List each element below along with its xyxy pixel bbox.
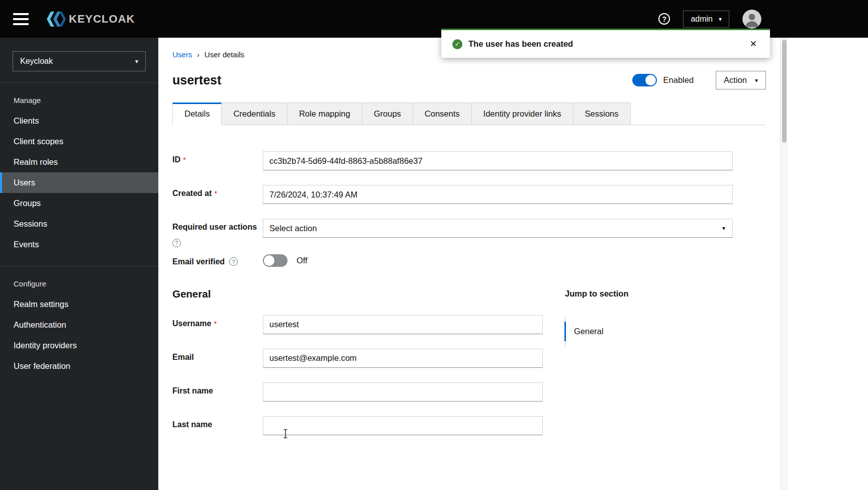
sidebar-item-user-federation[interactable]: User federation: [0, 356, 158, 376]
required-marker: *: [214, 319, 217, 328]
brand-text: KEYCLOAK: [69, 13, 135, 26]
sidebar-item-users[interactable]: Users: [0, 172, 158, 193]
scrollbar-thumb[interactable]: [782, 40, 787, 143]
sidebar: Keycloak ▾ Manage Clients Client scopes …: [0, 38, 158, 490]
sidebar-item-clients[interactable]: Clients: [0, 111, 158, 131]
realm-selector[interactable]: Keycloak ▾: [13, 51, 146, 71]
tab-identity-provider-links[interactable]: Identity provider links: [472, 103, 573, 125]
sidebar-item-identity-providers[interactable]: Identity providers: [0, 335, 158, 356]
page-header: usertest Enabled Action ▾: [172, 71, 766, 89]
realm-switcher-area: Keycloak ▾: [0, 38, 158, 83]
form-row-email: Email: [172, 349, 565, 368]
toast-message: The user has been created: [468, 39, 573, 49]
sidebar-item-sessions[interactable]: Sessions: [0, 214, 158, 234]
required-user-actions-placeholder: Select action: [269, 224, 317, 233]
sidebar-item-authentication[interactable]: Authentication: [0, 315, 158, 335]
form-row-email-verified: Email verified ? Off: [172, 253, 766, 267]
required-marker: *: [214, 189, 217, 198]
header-controls: Enabled Action ▾: [632, 71, 766, 89]
created-at-input[interactable]: [263, 185, 733, 204]
form-row-id: ID*: [172, 151, 766, 170]
form-row-created-at: Created at*: [172, 185, 766, 204]
enabled-toggle[interactable]: [632, 74, 657, 86]
action-dropdown-button[interactable]: Action ▾: [716, 71, 766, 89]
user-menu-label: admin: [691, 15, 713, 24]
nav-group-title: Manage: [0, 84, 158, 111]
sidebar-item-client-scopes[interactable]: Client scopes: [0, 131, 158, 152]
jump-to-section: Jump to section General: [565, 288, 716, 450]
email-verified-label: Email verified: [172, 257, 225, 266]
help-icon[interactable]: ?: [658, 13, 670, 25]
tab-groups[interactable]: Groups: [362, 103, 413, 125]
tab-details[interactable]: Details: [172, 103, 222, 125]
sidebar-item-events[interactable]: Events: [0, 234, 158, 255]
tab-sessions[interactable]: Sessions: [573, 103, 631, 125]
username-input[interactable]: [263, 315, 543, 334]
form-row-username: Username*: [172, 315, 565, 334]
chevron-down-icon: ▾: [755, 77, 758, 83]
username-label: Username: [172, 319, 211, 328]
main-content: Users › User details usertest Enabled Ac…: [158, 38, 780, 490]
id-input[interactable]: [263, 151, 733, 170]
required-marker: *: [183, 155, 186, 164]
first-name-input[interactable]: [263, 382, 543, 402]
realm-selector-value: Keycloak: [20, 57, 53, 66]
nav-group-manage: Manage Clients Client scopes Realm roles…: [0, 83, 158, 255]
chevron-down-icon: ▾: [722, 225, 725, 231]
masthead-right: ? admin ▾: [658, 10, 761, 29]
email-verified-toggle[interactable]: [263, 254, 287, 267]
help-icon[interactable]: ?: [172, 239, 181, 247]
breadcrumb-current: User details: [205, 50, 244, 59]
tab-role-mapping[interactable]: Role mapping: [287, 103, 362, 125]
email-verified-state: Off: [297, 256, 308, 265]
general-section: General Username* Email: [172, 288, 766, 450]
avatar[interactable]: [742, 10, 761, 29]
text-cursor-icon: [282, 429, 288, 441]
keycloak-logo-icon: [45, 11, 67, 28]
jump-item-general[interactable]: General: [564, 322, 716, 341]
general-heading: General: [172, 288, 565, 300]
first-name-label: First name: [172, 386, 213, 395]
id-label: ID: [172, 155, 180, 164]
created-at-label: Created at: [172, 189, 212, 198]
sidebar-item-groups[interactable]: Groups: [0, 193, 158, 214]
last-name-label: Last name: [172, 420, 212, 429]
enabled-toggle-label: Enabled: [663, 75, 694, 85]
chevron-down-icon: ▾: [719, 16, 722, 22]
nav-group-configure: Configure Realm settings Authentication …: [0, 266, 158, 376]
success-toast: ✓ The user has been created ✕: [441, 29, 770, 58]
email-input[interactable]: [263, 349, 543, 368]
last-name-input[interactable]: [263, 416, 543, 435]
tab-consents[interactable]: Consents: [413, 103, 472, 125]
success-check-icon: ✓: [452, 39, 462, 49]
form-row-first-name: First name: [172, 382, 565, 402]
jump-to-section-heading: Jump to section: [565, 289, 716, 299]
chevron-down-icon: ▾: [135, 58, 138, 64]
tab-credentials[interactable]: Credentials: [222, 103, 287, 125]
sidebar-item-realm-settings[interactable]: Realm settings: [0, 294, 158, 315]
form-row-required-user-actions: Required user actions ? Select action ▾: [172, 219, 766, 247]
user-menu[interactable]: admin ▾: [683, 11, 729, 28]
nav-group-title: Configure: [0, 267, 158, 294]
sidebar-item-realm-roles[interactable]: Realm roles: [0, 152, 158, 172]
page-title: usertest: [172, 73, 221, 87]
menu-toggle-icon[interactable]: [13, 13, 29, 25]
breadcrumb-separator-icon: ›: [197, 51, 200, 59]
required-user-actions-label: Required user actions: [172, 223, 257, 231]
required-user-actions-select[interactable]: Select action ▾: [263, 219, 733, 238]
breadcrumb-users-link[interactable]: Users: [172, 50, 192, 59]
vertical-scrollbar[interactable]: [780, 38, 788, 490]
user-details-form: ID* Created at* Required user actions ?: [172, 151, 766, 450]
help-icon[interactable]: ?: [229, 257, 238, 266]
form-row-last-name: Last name: [172, 416, 565, 435]
email-label: Email: [172, 353, 194, 361]
tab-bar: Details Credentials Role mapping Groups …: [172, 103, 766, 125]
close-icon[interactable]: ✕: [748, 38, 759, 50]
keycloak-logo: KEYCLOAK: [45, 11, 135, 28]
action-button-label: Action: [724, 75, 747, 85]
